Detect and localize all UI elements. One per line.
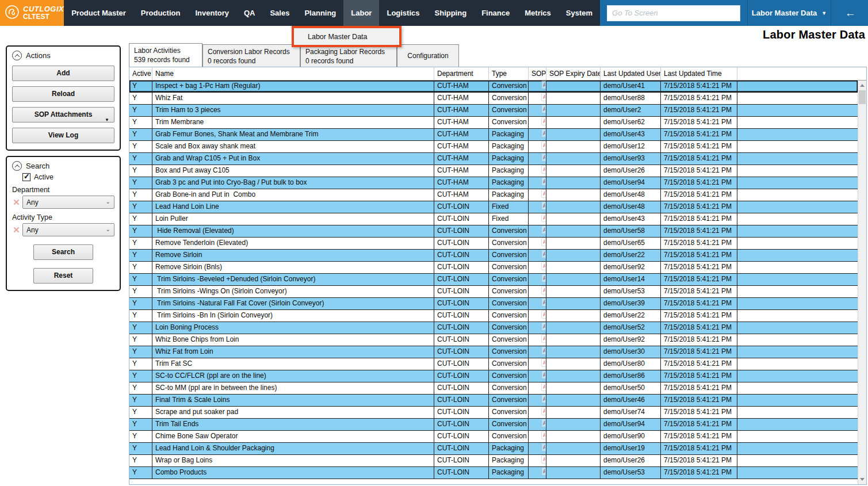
scrollbar-thumb[interactable] (859, 90, 866, 104)
cell-sop-expiry-date (546, 262, 601, 273)
grid-header: Active Name Department Type SOP SOP Expi… (129, 67, 866, 81)
cell-sop-expiry-date (546, 129, 601, 140)
table-row[interactable]: Y Grab Femur Bones, Shank Meat and Membr… (129, 129, 858, 141)
cell-filler (737, 213, 858, 225)
menu-production[interactable]: Production (133, 0, 188, 26)
department-select[interactable]: Any ⌄ (22, 196, 114, 209)
table-row[interactable]: Y SC-to MM (ppl are in between the lines… (129, 382, 858, 395)
menu-inventory[interactable]: Inventory (188, 0, 236, 26)
menu-product-master[interactable]: Product Master (64, 0, 133, 26)
table-row[interactable]: Y Grab 3 pc and Put into Cryo-Bag / Put … (129, 177, 858, 189)
view-log-button[interactable]: View Log (12, 128, 114, 143)
table-row[interactable]: Y SC-to CC/FLCR (ppl are on the line) CU… (129, 370, 858, 382)
table-row[interactable]: Y Whiz Fat from Loin CUT-LOIN Conversion… (129, 346, 858, 358)
cell-sop-expiry-date (546, 286, 601, 297)
cell-sop-expiry-date (546, 310, 601, 322)
tab-packaging-labor-records[interactable]: Packaging Labor Records 0 records found (300, 44, 397, 67)
menu-finance[interactable]: Finance (474, 0, 517, 26)
cell-filler (737, 201, 858, 213)
vertical-scrollbar[interactable] (858, 81, 866, 484)
menu-shipping[interactable]: Shipping (427, 0, 475, 26)
cell-last-updated-user: demo/User50 (601, 382, 661, 394)
column-header-name[interactable]: Name (152, 67, 434, 80)
reload-button[interactable]: Reload (12, 86, 114, 102)
clear-filter-icon[interactable]: ✕ (12, 197, 21, 208)
cell-type: Packaging (489, 189, 529, 201)
table-row[interactable]: Y Grab Bone-in and Put in Combo CUT-HAM … (129, 189, 858, 201)
page-title: Labor Master Data (763, 28, 865, 41)
back-arrow-icon[interactable]: ← (845, 7, 856, 20)
active-checkbox[interactable]: ✓ (22, 173, 30, 181)
table-row[interactable]: Y Whiz Fat CUT-HAM Conversion demo/User8… (129, 93, 858, 105)
scroll-down-icon[interactable] (860, 478, 865, 481)
column-header-last-updated-time[interactable]: Last Updated Time (661, 67, 737, 80)
table-row[interactable]: Y Trim Sirloins -Wings On (Sirloin Conve… (129, 286, 858, 298)
tab-labor-activities[interactable]: Labor Activities 539 records found (129, 43, 202, 67)
table-row[interactable]: Y Loin Boning Process CUT-LOIN Conversio… (129, 322, 858, 334)
table-row[interactable]: Y Trim Ham to 3 pieces CUT-HAM Conversio… (129, 105, 858, 117)
search-button[interactable]: Search (33, 244, 93, 260)
table-row[interactable]: Y Wrap or Bag Loins CUT-LOIN Packaging d… (129, 455, 858, 467)
column-header-last-updated-user[interactable]: Last Updated User (601, 67, 661, 80)
cell-sop-expiry-date (546, 298, 601, 309)
table-row[interactable]: Y Trim Sirloins -Bn In (Sirloin Conveyor… (129, 310, 858, 322)
table-row[interactable]: Y Remove Sirloin (Bnls) CUT-LOIN Convers… (129, 262, 858, 274)
column-header-type[interactable]: Type (489, 67, 529, 80)
column-header-sop-expiry-date[interactable]: SOP Expiry Date (546, 67, 601, 80)
cell-last-updated-time: 7/15/2018 5:41:21 PM (661, 431, 737, 442)
table-row[interactable]: Y Box and Put away C105 CUT-HAM Packagin… (129, 165, 858, 177)
table-row[interactable]: Y Final Trim & Scale Loins CUT-LOIN Conv… (129, 395, 858, 407)
table-row[interactable]: Y Lead Hand Loin Line CUT-LOIN Fixed dem… (129, 201, 858, 213)
clear-filter-icon[interactable]: ✕ (12, 225, 21, 235)
cell-sop (529, 443, 546, 454)
table-row[interactable]: Y Scale and Box away shank meat CUT-HAM … (129, 141, 858, 153)
cell-name: Trim Tail Ends (152, 419, 434, 430)
column-header-sop[interactable]: SOP (529, 67, 546, 80)
table-row[interactable]: Y Remove Tenderloin (Elevated) CUT-LOIN … (129, 238, 858, 250)
table-row[interactable]: Y Loin Puller CUT-LOIN Fixed demo/User43… (129, 213, 858, 225)
tab-configuration[interactable]: Configuration (397, 44, 459, 67)
screen-selector-dropdown[interactable]: Labor Master Data ▼ (748, 0, 831, 26)
menu-labor[interactable]: Labor (343, 0, 379, 26)
sop-attachments-dropdown-button[interactable]: SOP Attachments▼ (12, 107, 114, 123)
menu-logistics[interactable]: Logistics (379, 0, 427, 26)
cell-name: Grab Femur Bones, Shank Meat and Membran… (152, 129, 434, 140)
reset-button[interactable]: Reset (33, 268, 93, 284)
table-row[interactable]: Y Hide Removal (Elevated) CUT-LOIN Conve… (129, 225, 858, 238)
add-button[interactable]: Add (12, 66, 114, 81)
table-row[interactable]: Y Trim Membrane CUT-HAM Conversion demo/… (129, 117, 858, 129)
cutlogix-logo-icon (5, 5, 20, 22)
table-row[interactable]: Y Whiz Bone Chips from Loin CUT-LOIN Con… (129, 334, 858, 346)
menu-metrics[interactable]: Metrics (517, 0, 559, 26)
menu-sales[interactable]: Sales (262, 0, 297, 26)
column-header-active[interactable]: Active (129, 67, 152, 80)
collapse-toggle-icon[interactable] (12, 51, 22, 60)
cell-last-updated-user: demo/User90 (601, 431, 661, 442)
table-row[interactable]: Y Grab and Wrap C105 + Put in Box CUT-HA… (129, 153, 858, 165)
table-row[interactable]: Y Scrape and put soaker pad CUT-LOIN Con… (129, 407, 858, 419)
pdf-icon (529, 370, 546, 382)
menu-item-labor-master-data[interactable]: Labor Master Data (294, 33, 368, 41)
tab-conversion-labor-records[interactable]: Conversion Labor Records 0 records found (202, 44, 300, 67)
table-row[interactable]: Y Trim Fat SC CUT-LOIN Conversion demo/U… (129, 358, 858, 370)
cell-last-updated-user: demo/User22 (601, 250, 661, 261)
cell-last-updated-user: demo/User94 (601, 177, 661, 189)
scroll-up-icon[interactable] (860, 84, 865, 87)
table-row[interactable]: Y Trim Tail Ends CUT-LOIN Conversion dem… (129, 419, 858, 431)
cell-sop (529, 334, 546, 346)
column-header-department[interactable]: Department (434, 67, 489, 80)
activity-type-select[interactable]: Any ⌄ (22, 223, 114, 236)
menu-planning[interactable]: Planning (297, 0, 343, 26)
table-row[interactable]: Y Chime Bone Saw Operator CUT-LOIN Conve… (129, 431, 858, 443)
cell-filler (737, 129, 858, 140)
go-to-screen-input[interactable] (607, 5, 740, 21)
table-row[interactable]: Y Remove Sirloin CUT-LOIN Conversion dem… (129, 250, 858, 262)
table-row[interactable]: Y Combo Products CUT-LOIN Packaging demo… (129, 467, 858, 479)
table-row[interactable]: Y Trim Sirloins -Beveled +Denuded (Sirlo… (129, 274, 858, 286)
menu-system[interactable]: System (559, 0, 600, 26)
table-row[interactable]: Y Lead Hand Loin & Shoulder Packaging CU… (129, 443, 858, 455)
table-row[interactable]: Y Trim Sirloins -Natural Fall Fat Cover … (129, 298, 858, 310)
collapse-toggle-icon[interactable] (12, 161, 22, 171)
table-row[interactable]: Y Inspect + bag 1-Pc Ham (Regular) CUT-H… (129, 81, 858, 93)
menu-qa[interactable]: QA (236, 0, 263, 26)
